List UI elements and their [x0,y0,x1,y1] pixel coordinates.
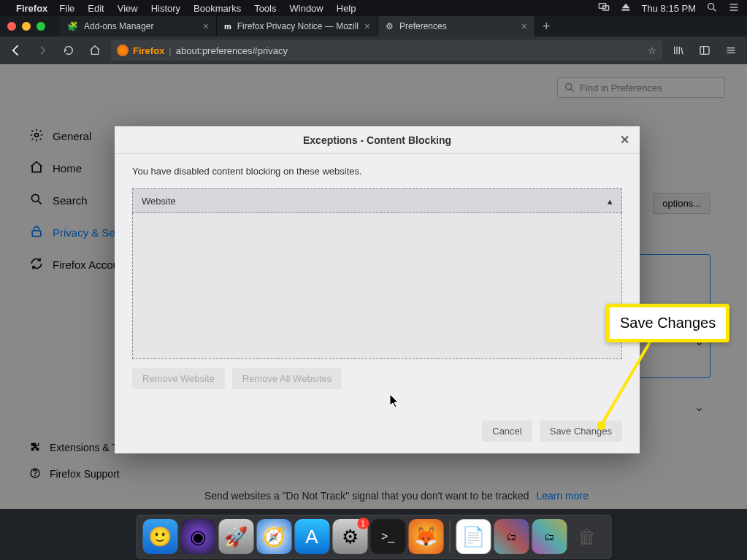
dock-terminal-icon[interactable]: >_ [370,519,405,554]
tab-addons[interactable]: 🧩Add-ons Manager × [60,16,217,37]
home-button[interactable] [85,40,105,61]
learn-more-link[interactable]: Learn more [536,490,589,502]
tab-close-icon[interactable]: × [521,20,527,32]
search-placeholder: Find in Preferences [580,83,662,93]
svg-line-11 [681,47,683,54]
firefox-icon [117,45,129,56]
window-minimize-button[interactable] [22,22,31,31]
dock-settings-icon[interactable]: ⚙1 [332,519,367,554]
app-menu[interactable]: Firefox [16,3,47,14]
svg-line-4 [713,9,716,11]
screen-mirror-icon[interactable] [598,1,610,15]
dock-badge: 1 [357,518,369,529]
question-icon [29,467,41,481]
window-zoom-button[interactable] [37,22,45,31]
sync-icon [29,256,44,273]
remove-all-websites-button[interactable]: Remove All Websites [232,368,342,389]
urlbar-url: about:preferences#privacy [176,45,288,56]
dock-appstore-icon[interactable]: A [294,519,329,554]
svg-point-20 [31,194,39,202]
svg-rect-12 [700,47,709,55]
exceptions-table-header[interactable]: Website ▴ [132,188,622,213]
menu-window[interactable]: Window [290,3,323,14]
menu-bookmarks[interactable]: Bookmarks [194,3,241,14]
dock-launchpad-icon[interactable]: 🚀 [218,519,253,554]
dialog-title: Exceptions - Content Blocking [303,134,451,146]
menu-file[interactable]: File [59,3,74,14]
menu-help[interactable]: Help [337,3,356,14]
menubar-list-icon[interactable] [728,1,740,15]
dock-stack-icon[interactable]: 🗂 [494,519,529,554]
window-controls [7,22,45,31]
browser-tab-strip: 🧩Add-ons Manager × mFirefox Privacy Noti… [0,16,747,37]
search-icon [29,192,44,209]
menu-tools[interactable]: Tools [254,3,276,14]
reload-button[interactable] [58,40,79,61]
puzzle-icon [29,441,41,455]
library-button[interactable] [668,40,689,61]
new-tab-button[interactable]: + [535,19,558,34]
menubar-clock[interactable]: Thu 8:15 PM [642,3,696,14]
back-button[interactable] [6,40,26,61]
bookmark-star-icon[interactable]: ☆ [648,45,656,56]
tab-preferences[interactable]: ⚙Preferences × [378,16,535,37]
sidebar-item-support[interactable]: Firefox Support [29,461,149,487]
dock-stack-icon[interactable]: 🗂 [532,519,567,554]
mozilla-icon: m [224,22,231,31]
home-icon [29,160,44,177]
tab-close-icon[interactable]: × [364,20,370,32]
search-icon [564,82,575,93]
dock-firefox-icon[interactable]: 🦊 [408,519,443,554]
dock-separator [449,521,450,553]
menu-history[interactable]: History [151,3,180,14]
dock-siri-icon[interactable]: ◉ [180,519,215,554]
macos-menubar: Firefox File Edit View History Bookmarks… [0,0,747,16]
sidebar-item-label: General [53,130,91,142]
dock-safari-icon[interactable]: 🧭 [256,519,291,554]
mouse-cursor [390,394,400,409]
column-website: Website [142,196,176,207]
window-close-button[interactable] [7,22,16,31]
tab-label: Add-ons Manager [84,21,153,31]
dock-trash-icon[interactable]: 🗑 [570,519,605,554]
svg-line-21 [39,201,42,204]
browser-toolbar: Firefox | about:preferences#privacy ☆ [0,37,747,64]
chevron-down-icon[interactable]: ⌄ [694,400,703,409]
sidebar-button[interactable] [694,40,715,61]
sidebar-item-label: Firefox Support [50,468,120,480]
spotlight-icon[interactable] [706,1,718,15]
menu-view[interactable]: View [118,3,138,14]
dnt-label: Send websites a "Do Not Track" signal th… [204,490,529,502]
sort-arrow-icon[interactable]: ▴ [608,196,613,207]
lock-icon [29,224,44,241]
options-button[interactable]: options... [653,193,710,214]
tab-label: Firefox Privacy Notice — Mozill [237,21,359,31]
gear-icon: ⚙ [386,21,394,31]
gear-icon [29,128,44,145]
tab-label: Preferences [399,21,447,31]
dock-finder-icon[interactable]: 🙂 [142,519,177,554]
urlbar-brand: Firefox [133,45,164,56]
svg-point-3 [708,3,714,9]
svg-point-17 [566,84,572,90]
dialog-close-button[interactable]: ✕ [620,133,629,147]
tab-close-icon[interactable]: × [203,20,209,32]
save-changes-button[interactable]: Save Changes [540,421,622,442]
svg-rect-2 [621,9,629,10]
url-bar[interactable]: Firefox | about:preferences#privacy ☆ [111,40,662,61]
forward-button[interactable] [32,40,53,61]
tab-privacy-notice[interactable]: mFirefox Privacy Notice — Mozill × [217,16,378,37]
dialog-titlebar: Exceptions - Content Blocking ✕ [115,126,640,154]
app-menu-button[interactable] [721,40,741,61]
dock-document-icon[interactable]: 📄 [456,519,491,554]
exceptions-table-body[interactable] [132,213,622,359]
eject-icon[interactable] [620,1,632,15]
find-in-preferences-input[interactable]: Find in Preferences [557,77,725,98]
svg-point-24 [35,475,36,476]
menu-edit[interactable]: Edit [88,3,104,14]
remove-website-button[interactable]: Remove Website [132,368,225,389]
macos-dock: 🙂 ◉ 🚀 🧭 A ⚙1 >_ 🦊 📄 🗂 🗂 🗑 [136,515,611,559]
cancel-button[interactable]: Cancel [482,421,532,442]
sidebar-item-label: Search [53,194,88,207]
dialog-description: You have disabled content blocking on th… [132,166,622,177]
